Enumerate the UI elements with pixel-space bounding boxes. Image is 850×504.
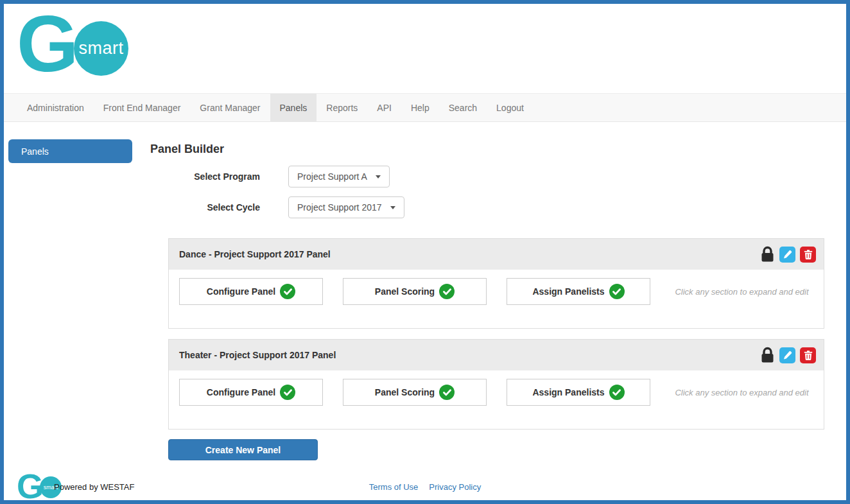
pencil-icon [783, 250, 792, 259]
configure-panel-button[interactable]: Configure Panel [179, 379, 323, 406]
select-cycle-label: Select Cycle [150, 202, 260, 213]
select-program-row: Select Program Project Support A [150, 166, 404, 187]
check-icon [280, 385, 295, 400]
check-icon [609, 385, 625, 400]
trash-icon [804, 351, 813, 360]
section-label: Assign Panelists [532, 286, 604, 297]
terms-of-use-link[interactable]: Terms of Use [369, 482, 419, 492]
chevron-down-icon [390, 206, 395, 209]
section-label: Assign Panelists [532, 387, 604, 397]
create-new-panel-label: Create New Panel [205, 445, 281, 455]
logo-smart-circle: smart [74, 21, 128, 76]
nav-item-logout[interactable]: Logout [487, 94, 533, 121]
privacy-policy-link[interactable]: Privacy Policy [429, 482, 481, 492]
section-label: Configure Panel [207, 387, 275, 397]
assign-panelists-button[interactable]: Assign Panelists [507, 278, 650, 305]
check-icon [280, 284, 295, 299]
panel-title: Dance - Project Support 2017 Panel [179, 249, 761, 259]
select-program-label: Select Program [150, 171, 260, 182]
gosmart-app-window: G smart Administration Front End Manager… [0, 0, 850, 504]
select-cycle-value: Project Support 2017 [297, 202, 382, 213]
configure-panel-button[interactable]: Configure Panel [179, 278, 323, 305]
edit-button[interactable] [779, 347, 795, 363]
lock-icon [761, 246, 774, 263]
logo-smart-label: smart [79, 39, 124, 58]
nav-item-search[interactable]: Search [439, 94, 487, 121]
nav-item-grant-manager[interactable]: Grant Manager [190, 94, 270, 121]
panel-hint: Click any section to expand and edit [670, 388, 813, 397]
check-icon [439, 284, 455, 299]
lock-button[interactable] [761, 347, 774, 363]
check-icon [609, 284, 625, 299]
panel-card-theater: Theater - Project Support 2017 Panel [168, 339, 824, 430]
logo-g-letter: G [17, 4, 76, 83]
panel-hint: Click any section to expand and edit [670, 287, 813, 297]
nav-item-help[interactable]: Help [401, 94, 439, 121]
panel-actions [761, 347, 816, 363]
gosmart-logo: G smart [17, 4, 145, 87]
nav-item-front-end-manager[interactable]: Front End Manager [94, 94, 191, 121]
nav-item-panels[interactable]: Panels [270, 94, 317, 121]
select-cycle-dropdown[interactable]: Project Support 2017 [288, 196, 404, 218]
assign-panelists-button[interactable]: Assign Panelists [507, 379, 650, 406]
section-label: Configure Panel [207, 286, 275, 297]
panel-scoring-button[interactable]: Panel Scoring [343, 278, 487, 305]
sidebar-item-panels-label: Panels [21, 146, 49, 157]
check-icon [439, 385, 455, 400]
panel-actions [761, 246, 816, 263]
lock-button[interactable] [761, 246, 774, 263]
pencil-icon [783, 351, 792, 360]
chevron-down-icon [376, 175, 381, 178]
select-program-dropdown[interactable]: Project Support A [288, 166, 390, 187]
nav-item-api[interactable]: API [367, 94, 401, 121]
panel-sections: Configure Panel Panel Scoring Assign Pan… [169, 370, 824, 406]
select-program-value: Project Support A [297, 171, 367, 182]
section-label: Panel Scoring [375, 387, 435, 397]
page-title: Panel Builder [150, 143, 224, 156]
panel-title: Theater - Project Support 2017 Panel [179, 350, 761, 360]
panel-sections: Configure Panel Panel Scoring Assign Pan… [169, 270, 824, 305]
trash-icon [804, 250, 813, 259]
panel-card-header[interactable]: Dance - Project Support 2017 Panel [169, 239, 824, 270]
panel-card-header[interactable]: Theater - Project Support 2017 Panel [169, 340, 824, 370]
nav-item-reports[interactable]: Reports [317, 94, 367, 121]
sidebar-item-panels[interactable]: Panels [8, 139, 132, 163]
main-navbar: Administration Front End Manager Grant M… [4, 93, 846, 122]
edit-button[interactable] [779, 247, 795, 263]
create-new-panel-button[interactable]: Create New Panel [168, 439, 318, 460]
delete-button[interactable] [800, 247, 816, 263]
panel-scoring-button[interactable]: Panel Scoring [343, 379, 487, 406]
footer-links: Terms of Use Privacy Policy [4, 482, 846, 492]
panel-filters: Select Program Project Support A Select … [150, 166, 404, 227]
section-label: Panel Scoring [375, 286, 435, 297]
panel-card-dance: Dance - Project Support 2017 Panel [168, 238, 824, 329]
delete-button[interactable] [800, 347, 816, 363]
select-cycle-row: Select Cycle Project Support 2017 [150, 196, 404, 218]
lock-icon [761, 347, 774, 363]
nav-item-administration[interactable]: Administration [17, 94, 94, 121]
